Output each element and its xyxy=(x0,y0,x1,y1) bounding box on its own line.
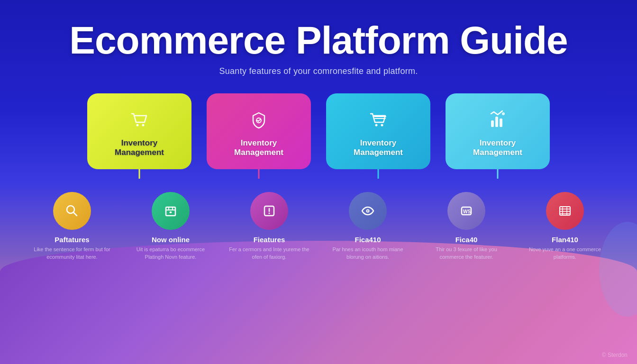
circle-6-title: Flan410 xyxy=(552,236,578,244)
exclaim-box-circle-icon xyxy=(250,192,288,230)
svg-rect-6 xyxy=(495,117,498,127)
feature-card-4[interactable]: InventoryManagement xyxy=(446,93,550,169)
svg-point-1 xyxy=(142,124,145,126)
circle-5-title: Fica40 xyxy=(455,236,478,244)
card-3-label: InventoryManagement xyxy=(354,138,403,158)
watermark: © Sterdon xyxy=(602,352,628,358)
svg-text:WS: WS xyxy=(463,209,471,214)
svg-point-0 xyxy=(136,124,139,126)
circle-2-desc: Uit is epaturrа bo ecommerce Platingh No… xyxy=(128,246,213,261)
circle-item-2[interactable]: Now online Uit is epaturrа bo ecommerce … xyxy=(128,192,213,261)
svg-rect-5 xyxy=(491,120,494,127)
circle-4-title: Fica410 xyxy=(355,236,381,244)
feature-card-3[interactable]: InventoryManagement xyxy=(326,93,430,169)
circle-2-title: Now online xyxy=(152,236,190,244)
svg-point-8 xyxy=(502,112,505,115)
feature-card-1[interactable]: InventoryManagement xyxy=(87,93,191,169)
svg-point-13 xyxy=(269,213,270,214)
page-title: Ecommerce Platform Guide xyxy=(0,19,637,62)
page-subtitle: Suanty features of your comronesfite and… xyxy=(0,66,637,76)
circle-3-title: Fieatures xyxy=(254,236,285,244)
box-circle-icon xyxy=(152,192,190,230)
circle-item-5[interactable]: WS Fica40 Thir ou 3 fexure of like you c… xyxy=(424,192,509,261)
card-2-label: InventoryManagement xyxy=(234,138,283,158)
eye-circle-icon xyxy=(349,192,387,230)
circle-4-desc: Par hnes an icouth hom miane blorung on … xyxy=(325,246,410,261)
cart-2-icon xyxy=(366,108,391,133)
circle-item-1[interactable]: Paftatures Like the sentence for ferm bu… xyxy=(29,192,115,261)
circle-item-4[interactable]: Fica410 Par hnes an icouth hom miane blo… xyxy=(325,192,410,261)
bottom-circles-row: Paftatures Like the sentence for ferm bu… xyxy=(0,192,637,261)
circle-item-3[interactable]: Fieatures Fer a cermors and Inte yureme … xyxy=(227,192,312,261)
shield-badge-icon xyxy=(246,108,271,133)
circle-5-desc: Thir ou 3 fexure of like you commerce th… xyxy=(424,246,509,261)
circle-6-desc: Nove yuve an a one commerce platforms. xyxy=(522,246,608,261)
page-wrapper: Ecommerce Platform Guide Suanty features… xyxy=(0,0,637,364)
circle-item-6[interactable]: Flan410 Nove yuve an a one commerce plat… xyxy=(522,192,608,261)
circle-1-title: Paftatures xyxy=(55,236,89,244)
cart-icon xyxy=(127,108,152,133)
card-4-label: InventoryManagement xyxy=(473,138,522,158)
svg-point-3 xyxy=(375,124,378,126)
card-1-label: InventoryManagement xyxy=(115,138,164,158)
svg-point-15 xyxy=(367,210,369,212)
table-grid-circle-icon xyxy=(546,192,584,230)
search-circle-icon xyxy=(53,192,91,230)
svg-rect-7 xyxy=(500,118,502,127)
top-section: Ecommerce Platform Guide Suanty features… xyxy=(0,0,637,76)
circle-1-desc: Like the sentence for ferm but for ecomm… xyxy=(29,246,115,261)
chart-bars-icon xyxy=(485,108,510,133)
feature-card-2[interactable]: InventoryManagement xyxy=(207,93,311,169)
svg-point-4 xyxy=(381,124,383,126)
top-cards-row: InventoryManagement InventoryManagement xyxy=(0,93,637,169)
circle-3-desc: Fer a cermors and Inte yureme the ofen o… xyxy=(227,246,312,261)
ws-badge-circle-icon: WS xyxy=(447,192,485,230)
